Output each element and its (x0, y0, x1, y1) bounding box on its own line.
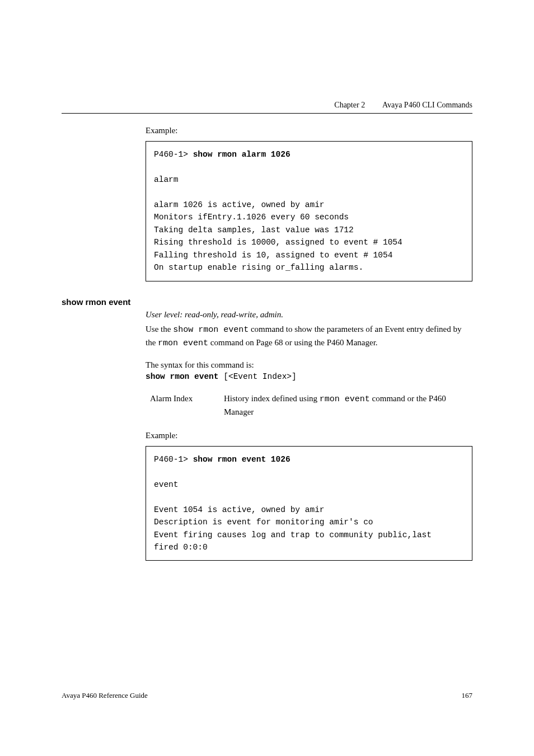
code-line: Event 1054 is active, owned by amir (154, 505, 325, 514)
syntax-label: The syntax for this command is: (146, 360, 472, 370)
prompt: P460-1> (154, 455, 193, 464)
chapter-title: Avaya P460 CLI Commands (382, 101, 472, 109)
page: Chapter 2 Avaya P460 CLI Commands Exampl… (0, 0, 534, 756)
code-line: fired 0:0:0 (154, 543, 208, 552)
desc-text: Use the (146, 325, 173, 334)
user-level-note: User level: read-only, read-write, admin… (146, 310, 472, 320)
code-line: alarm 1026 is active, owned by amir (154, 200, 325, 209)
section-heading: show rmon event (62, 297, 472, 307)
code-line: Falling threshold is 10, assigned to eve… (154, 251, 392, 260)
code-line: event (154, 480, 179, 489)
code-line: On startup enable rising or_falling alar… (154, 263, 363, 272)
body-column: Example: P460-1> show rmon alarm 1026 al… (146, 126, 472, 561)
code-line: Description is event for monitoring amir… (154, 518, 373, 527)
example-label-2: Example: (146, 431, 472, 440)
syntax-command: show rmon event (146, 372, 219, 381)
running-header: Chapter 2 Avaya P460 CLI Commands (62, 101, 472, 114)
code-line: Taking delta samples, last value was 171… (154, 226, 354, 234)
chapter-label: Chapter 2 (334, 101, 365, 109)
page-footer: Avaya P460 Reference Guide 167 (62, 691, 472, 700)
code-line: Rising threshold is 10000, assigned to e… (154, 238, 402, 247)
command-text: show rmon event 1026 (193, 455, 291, 464)
inline-command: rmon event (320, 395, 370, 404)
parameter-row: Alarm Index History index defined using … (150, 392, 472, 419)
param-text: History index defined using (224, 394, 320, 403)
code-line: Event firing causes log and trap to comm… (154, 530, 432, 539)
inline-command: rmon event (158, 339, 208, 348)
desc-text: command on Page 68 or using the P460 Man… (208, 338, 377, 347)
page-number: 167 (462, 691, 473, 700)
code-line: alarm (154, 175, 179, 184)
syntax-args: [<Event Index>] (219, 372, 297, 381)
description: Use the show rmon event command to show … (146, 323, 472, 350)
parameter-definition: History index defined using rmon event c… (224, 392, 472, 419)
parameter-term: Alarm Index (150, 392, 224, 419)
code-example-2: P460-1> show rmon event 1026 event Event… (146, 446, 472, 561)
footer-title: Avaya P460 Reference Guide (62, 691, 148, 700)
code-line: Monitors ifEntry.1.1026 every 60 seconds (154, 213, 349, 222)
prompt: P460-1> (154, 150, 193, 159)
code-example-1: P460-1> show rmon alarm 1026 alarm alarm… (146, 141, 472, 281)
syntax-line: show rmon event [<Event Index>] (146, 372, 472, 381)
example-label-1: Example: (146, 126, 472, 135)
inline-command: show rmon event (173, 325, 249, 335)
command-text: show rmon alarm 1026 (193, 150, 291, 159)
